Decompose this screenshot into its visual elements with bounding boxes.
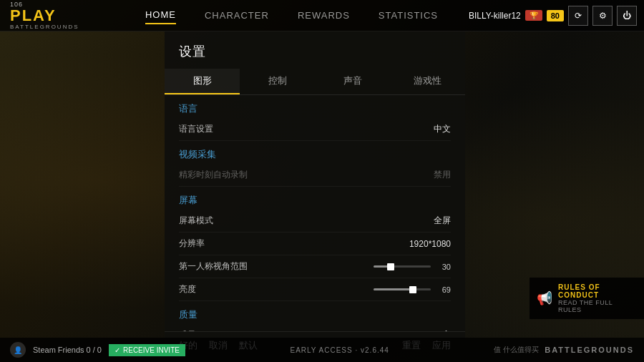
brightness-slider-container: 69 [351, 285, 451, 294]
tab-gameplay[interactable]: 游戏性 [390, 69, 465, 94]
checkmark-icon: ✓ [114, 346, 120, 354]
label-language: 语言设置 [179, 123, 394, 135]
nav-home[interactable]: HOME [145, 6, 176, 24]
tab-audio[interactable]: 声音 [315, 69, 390, 94]
brightness-slider-track[interactable] [374, 288, 431, 290]
row-language: 语言设置 中文 [179, 118, 451, 141]
bottombar: 👤 Steam Friends 0 / 0 ✓ RECEIVE INVITE E… [0, 338, 644, 362]
row-quality: 质量 高 [179, 324, 451, 331]
power-button[interactable]: ⏻ [617, 6, 637, 26]
topbar-right: BILLY-killer12 🏆 80 ⟳ ⚙ ⏻ [469, 6, 644, 26]
fov-slider-thumb [387, 263, 394, 270]
row-screen-mode: 屏幕模式 全屏 [179, 210, 451, 233]
value-auto-record: 禁用 [394, 169, 451, 181]
row-auto-record: 精彩时刻自动录制 禁用 [179, 164, 451, 187]
version-info: EARLY ACCESS · v2.6.44 [290, 346, 389, 354]
watermark-text: 值 什么值得买 [494, 345, 539, 355]
rules-text: RULES OF CONDUCT READ THE FULL RULES [558, 283, 637, 313]
rules-badge[interactable]: 📢 RULES OF CONDUCT READ THE FULL RULES [530, 278, 644, 319]
rules-icon: 📢 [537, 290, 552, 306]
bottombar-left: 👤 Steam Friends 0 / 0 ✓ RECEIVE INVITE [10, 342, 185, 358]
refresh-button[interactable]: ⟳ [568, 6, 588, 26]
receive-invite-label: RECEIVE INVITE [123, 346, 180, 354]
friend-avatar: 👤 [10, 342, 26, 358]
section-screen: 屏幕 [179, 187, 451, 210]
value-language: 中文 [394, 123, 451, 135]
rules-subtitle: READ THE FULL RULES [558, 299, 637, 313]
tab-graphics[interactable]: 图形 [165, 69, 240, 94]
rules-title: RULES OF CONDUCT [558, 283, 637, 299]
value-resolution: 1920*1080 [394, 239, 451, 249]
bottombar-right: 值 什么值得买 BATTLEGROUNDS [494, 345, 634, 355]
user-level: 80 [547, 10, 564, 21]
row-resolution: 分辨率 1920*1080 [179, 233, 451, 255]
settings-button[interactable]: ⚙ [592, 6, 613, 26]
fov-value: 30 [436, 263, 451, 271]
nav-character[interactable]: CHARACTER [205, 7, 269, 24]
logo-play: PLAY [10, 8, 104, 24]
label-fov: 第一人称视角范围 [179, 260, 351, 273]
tab-controls[interactable]: 控制 [240, 69, 315, 94]
label-screen-mode: 屏幕模式 [179, 215, 394, 227]
brightness-value: 69 [436, 285, 451, 294]
receive-invite-button[interactable]: ✓ RECEIVE INVITE [109, 344, 185, 356]
label-resolution: 分辨率 [179, 238, 394, 250]
settings-panel: 设置 图形 控制 声音 游戏性 语言 语言设置 中文 视频采集 精彩时刻自动录制… [165, 31, 465, 339]
user-badge: 🏆 [525, 10, 542, 21]
friends-count: Steam Friends 0 / 0 [33, 346, 102, 354]
row-brightness: 亮度 69 [179, 278, 451, 301]
brightness-slider-thumb [409, 286, 416, 293]
label-quality: 质量 [179, 329, 394, 331]
label-auto-record: 精彩时刻自动录制 [179, 169, 394, 181]
value-quality: 高 [394, 329, 451, 331]
logo-sub: BATTLEGROUNDS [10, 24, 104, 30]
logo-prefix: 106 [10, 1, 104, 8]
watermark-brand: BATTLEGROUNDS [545, 346, 634, 354]
fov-slider-track[interactable] [374, 265, 431, 268]
main-nav: HOME CHARACTER REWARDS STATISTICS [114, 6, 469, 24]
nav-statistics[interactable]: STATISTICS [379, 7, 438, 24]
row-fov: 第一人称视角范围 30 [179, 255, 451, 278]
value-screen-mode: 全屏 [394, 215, 451, 227]
label-brightness: 亮度 [179, 283, 351, 295]
user-info: BILLY-killer12 🏆 80 [469, 10, 564, 21]
section-video: 视频采集 [179, 141, 451, 164]
section-language: 语言 [179, 95, 451, 118]
username: BILLY-killer12 [469, 11, 521, 21]
logo: 106 PLAY BATTLEGROUNDS [0, 0, 114, 33]
fov-slider-container: 30 [351, 263, 451, 271]
settings-title: 设置 [165, 43, 465, 69]
nav-rewards[interactable]: REWARDS [298, 7, 350, 24]
section-quality: 质量 [179, 301, 451, 324]
settings-content: 语言 语言设置 中文 视频采集 精彩时刻自动录制 禁用 屏幕 屏幕模式 全屏 分… [165, 95, 465, 331]
topbar: 106 PLAY BATTLEGROUNDS HOME CHARACTER RE… [0, 0, 644, 31]
settings-tabs: 图形 控制 声音 游戏性 [165, 69, 465, 95]
brightness-slider-fill [374, 288, 413, 290]
